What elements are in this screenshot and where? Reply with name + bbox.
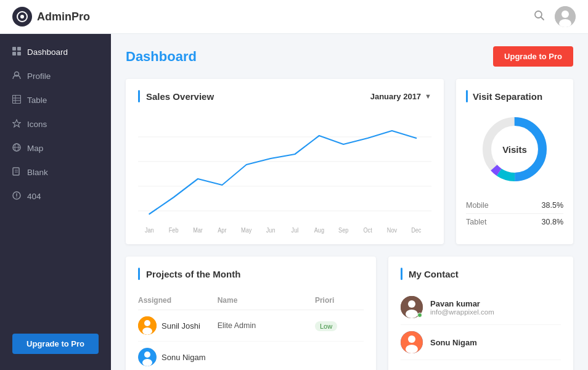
page-header: Dashboard Upgrade to Pro [126,46,573,67]
visit-card-header: Visit Separation [466,90,542,102]
content-area: Dashboard Upgrade to Pro Sales Overview … [111,34,588,370]
visit-stat-mobile: Mobile 38.5% [466,197,563,214]
svg-text:Jun: Jun [266,227,276,234]
sales-overview-card: Sales Overview January 2017 ▼ [126,79,444,244]
contact-email-1: info@wrappixel.com [430,308,494,316]
chevron-down-icon: ▼ [425,92,431,100]
user-name-2: Sonu Nigam [161,353,206,362]
online-indicator [417,313,422,318]
mobile-stat-label: Mobile [466,201,489,210]
sales-title-bar: Sales Overview [138,90,214,102]
svg-point-47 [144,320,150,326]
table-row: Sonu Nigam [138,342,364,370]
sidebar-label-map: Map [27,144,43,153]
svg-point-5 [561,10,569,18]
header-right [534,6,576,27]
tablet-stat-label: Tablet [466,218,486,226]
svg-rect-8 [17,47,21,51]
projects-title-bar: Projects of the Month [138,268,240,280]
svg-point-57 [406,345,418,353]
tablet-stat-value: 30.8% [542,218,563,226]
visit-card-title: Visit Separation [473,91,542,102]
header: AdminPro [0,0,588,34]
logo: AdminPro [12,7,90,27]
profile-icon [12,71,21,81]
sidebar-item-profile[interactable]: Profile [0,64,111,88]
svg-point-48 [142,327,152,335]
date-selector-label: January 2017 [370,92,421,101]
sidebar-item-icons[interactable]: Icons [0,112,111,136]
sidebar-item-dashboard[interactable]: Dashboard [0,40,111,64]
contact-avatar-2 [401,331,423,353]
map-icon [12,143,21,154]
svg-text:Sep: Sep [338,227,348,234]
contact-info-2: Sonu Nigam [430,338,477,347]
priority-badge-1: Low [315,321,337,331]
card-accent-bar [138,90,140,102]
user-avatar[interactable] [555,6,576,27]
col-header-assigned: Assigned [138,296,211,305]
svg-text:Mar: Mar [193,227,203,234]
projects-accent-bar [138,268,140,280]
sales-card-title: Sales Overview [146,91,214,102]
svg-marker-16 [13,120,21,127]
upgrade-button[interactable]: Upgrade to Pro [493,46,573,67]
user-name-1: Sunil Joshi [161,321,200,331]
project-name-1: Elite Admin [218,321,309,330]
404-icon [12,191,21,202]
sidebar-item-404[interactable]: 404 [0,184,111,208]
projects-card-header: Projects of the Month [138,268,364,280]
visit-separation-card: Visit Separation Visits [456,79,573,244]
svg-rect-7 [12,47,16,51]
svg-point-1 [20,15,24,18]
svg-rect-10 [17,52,21,56]
svg-text:Dec: Dec [411,227,421,234]
projects-card: Projects of the Month Assigned Name Prio… [126,257,376,370]
contact-item-2: Sonu Nigam [401,325,561,360]
contact-card-header: My Contact [401,268,561,280]
user-avatar-1 [138,316,157,335]
svg-rect-20 [13,168,19,175]
table-row: Sunil Joshi Elite Admin Low [138,310,364,342]
svg-text:Jan: Jan [145,227,154,234]
projects-table-header: Assigned Name Priori [138,290,364,310]
contact-title-bar: My Contact [401,268,459,280]
donut-chart: Visits [478,112,552,186]
user-cell-1: Sunil Joshi [138,316,211,335]
sidebar-label-dashboard: Dashboard [27,47,68,57]
svg-text:Aug: Aug [314,227,324,234]
contact-card-title: My Contact [409,269,459,279]
bottom-row: Projects of the Month Assigned Name Prio… [126,257,573,370]
sales-chart: Jan Feb Mar Apr May Jun Jul Aug Sep Oct … [138,112,431,236]
svg-text:Nov: Nov [387,227,397,234]
svg-line-3 [541,17,544,20]
sidebar-item-blank[interactable]: Blank [0,160,111,184]
svg-point-51 [142,359,152,366]
date-selector[interactable]: January 2017 ▼ [370,92,431,101]
svg-rect-9 [12,52,16,56]
icons-icon [12,119,21,130]
blank-icon [12,167,21,178]
col-header-priority: Priori [315,296,364,305]
svg-point-53 [408,300,415,308]
visit-stats: Mobile 38.5% Tablet 30.8% [466,197,563,230]
sidebar: Dashboard Profile Table [0,34,111,370]
projects-card-title: Projects of the Month [146,269,240,279]
sidebar-upgrade-button[interactable]: Upgrade to Pro [12,334,99,354]
user-avatar-2 [138,348,157,366]
contact-item-1: Pavan kumar info@wrappixel.com [401,290,561,325]
sales-card-header: Sales Overview January 2017 ▼ [138,90,431,102]
search-icon[interactable] [534,10,545,24]
table-icon [12,95,21,105]
user-cell-2: Sonu Nigam [138,348,211,366]
sidebar-item-map[interactable]: Map [0,136,111,160]
main-layout: Dashboard Profile Table [0,34,588,370]
svg-text:Oct: Oct [363,227,372,234]
contact-accent-bar [401,268,402,280]
contact-card: My Contact Pavan kumar info@wr [388,257,573,370]
sidebar-item-table[interactable]: Table [0,88,111,112]
svg-text:Jul: Jul [292,227,299,234]
contact-name-2: Sonu Nigam [430,338,477,347]
logo-text: AdminPro [37,10,90,23]
visit-stat-tablet: Tablet 30.8% [466,214,563,230]
